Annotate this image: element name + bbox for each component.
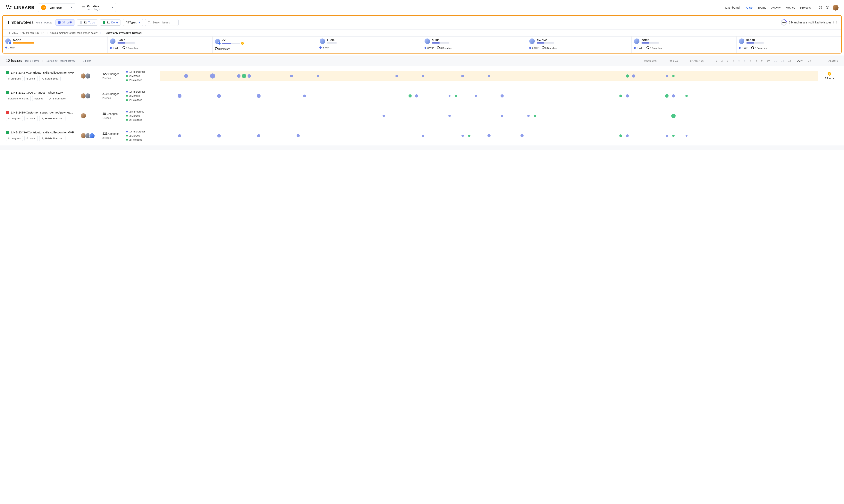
help-icon[interactable] <box>826 6 829 10</box>
issue-tag: 6 points <box>24 116 38 121</box>
svg-point-13 <box>42 138 43 138</box>
assignee-tag[interactable]: Sarah Scott <box>47 96 68 101</box>
member-avatar <box>80 113 86 119</box>
member-card[interactable]: JO!8 Branches <box>213 37 317 53</box>
nav-projects[interactable]: Projects <box>800 6 811 9</box>
member-card[interactable]: HABIB3 WIP8 Branches <box>108 37 212 53</box>
member-card[interactable]: BORIS3 WIP8 Branches <box>632 37 736 53</box>
done-pill[interactable]: 21Done <box>100 19 121 25</box>
member-avatar <box>85 93 91 99</box>
branches-cell: 17 in progress2 Merged2 Released <box>126 130 158 141</box>
github-icon <box>542 46 544 49</box>
nav-pulse[interactable]: Pulse <box>745 6 753 9</box>
members-header: – JIRA TEAM MEMBERS (12) | Click a membe… <box>3 30 841 37</box>
issues-filter[interactable]: 1 Filter <box>83 59 91 62</box>
type-filter[interactable]: All Types▾ <box>123 19 143 26</box>
activity-bubble <box>248 74 251 78</box>
members-row: JACOB3 WIPHABIB3 WIP8 BranchesJO!8 Branc… <box>3 37 841 53</box>
member-branches: 8 Branches <box>437 46 452 50</box>
activity-bubble <box>449 95 450 97</box>
github-icon <box>123 46 125 49</box>
linearb-logo-icon <box>5 4 12 11</box>
col-branches: BRANCHES <box>690 59 704 62</box>
issue-title: LINB-2343-VContributor skills collection… <box>11 71 74 74</box>
member-branches: 8 Branches <box>542 46 557 50</box>
member-name: BORIS <box>641 39 734 42</box>
activity-bubble <box>178 134 181 137</box>
member-avatar <box>85 73 91 79</box>
activity-bubble <box>685 95 688 97</box>
activity-bubble <box>672 75 675 77</box>
sprint-selector[interactable]: Grizzlies Jul 5 - Aug 2 ▾ <box>79 3 116 12</box>
member-card[interactable]: JACOB3 WIP <box>3 37 108 53</box>
svg-point-11 <box>50 98 51 98</box>
nav-activity[interactable]: Activity <box>771 6 781 9</box>
progress-ring: 12% <box>781 19 787 25</box>
activity-bubble <box>672 94 675 97</box>
day-col: 4 <box>733 59 734 62</box>
git-filter-checkbox[interactable]: ✓ <box>100 32 103 34</box>
page-title: Timberwolves <box>7 20 34 25</box>
user-avatar[interactable] <box>833 5 839 11</box>
day-col: 6 <box>744 59 746 62</box>
member-card[interactable]: LUCIA3 WIP <box>317 37 422 53</box>
search-input[interactable] <box>152 21 176 24</box>
assignee-tag[interactable]: Habib Shamoun <box>39 116 66 121</box>
github-icon <box>646 46 649 49</box>
pr-size-cell: 210 Changes2 repos <box>102 92 124 100</box>
issues-sort[interactable]: Sorted by: Recent activity <box>47 59 75 62</box>
issues-header: 12 Issues last 14 days | Sorted by: Rece… <box>0 55 844 66</box>
activity-bubble <box>382 115 385 117</box>
collapse-icon[interactable]: – <box>7 32 10 34</box>
team-selector[interactable]: TS Team Star ▾ <box>38 3 75 12</box>
nav-metrics[interactable]: Metrics <box>786 6 795 9</box>
logo: LINEARB <box>5 4 35 11</box>
issue-tag: In progress <box>6 136 23 141</box>
issue-row[interactable]: LINB-2351-Code Changes - Short StorySele… <box>0 86 844 106</box>
brand-text: LINEARB <box>14 5 35 10</box>
member-name: CHRIS <box>432 39 524 42</box>
members-cell <box>80 113 100 119</box>
day-col: 5 <box>738 59 740 62</box>
member-avatar <box>5 38 11 44</box>
svg-point-2 <box>10 6 12 7</box>
issue-tag: 6 points <box>24 76 38 81</box>
members-hint: Click a member to filter their stories b… <box>50 32 97 34</box>
assignee-tag[interactable]: Habib Shamoun <box>39 136 66 141</box>
member-card[interactable]: ANJONG3 WIP8 Branches <box>527 37 632 53</box>
activity-bubble <box>178 94 181 98</box>
activity-timeline <box>160 71 818 81</box>
issue-row[interactable]: LINB-2419-Customer issues - Acme Apply t… <box>0 106 844 126</box>
activity-bubble <box>422 75 424 77</box>
member-avatar <box>89 133 95 139</box>
member-card[interactable]: CHRIS3 WIP8 Branches <box>422 37 527 53</box>
issue-row[interactable]: LINB-2343-VContributor skills collection… <box>0 66 844 86</box>
unlinked-branches-text[interactable]: 5 branches are not linked to Issues <box>789 21 831 24</box>
todo-pill[interactable]: 12To do <box>77 19 98 25</box>
col-members: MEMBERS <box>644 59 657 62</box>
member-avatar <box>634 38 640 44</box>
branches-cell: 2 in progress3 Merged2 Released <box>126 110 158 121</box>
col-alerts: ALERTS <box>829 59 838 62</box>
wip-pill[interactable]: 34WIP <box>55 19 75 25</box>
settings-icon[interactable] <box>819 6 823 10</box>
activity-bubble <box>619 94 622 97</box>
search-box[interactable] <box>145 19 179 26</box>
nav-teams[interactable]: Teams <box>758 6 766 9</box>
github-icon <box>751 46 754 49</box>
member-card[interactable]: SARAH3 WIP8 Branches <box>737 37 841 53</box>
issue-row[interactable]: LINB-2343-VContributor skills collection… <box>0 126 844 146</box>
member-wip: 3 WIP <box>5 46 15 49</box>
chevron-down-icon: ▾ <box>71 6 72 9</box>
nav-dashboard[interactable]: Dashboard <box>725 6 739 9</box>
svg-point-6 <box>820 7 821 8</box>
member-avatar <box>425 38 430 44</box>
day-col: 7 <box>750 59 751 62</box>
info-icon[interactable]: i <box>833 21 837 24</box>
issue-title: LINB-2343-VContributor skills collection… <box>11 131 74 134</box>
assignee-tag[interactable]: Sarah Scott <box>39 76 60 81</box>
ticket-type-icon <box>6 131 9 134</box>
member-branches: 8 Branches <box>646 46 662 50</box>
activity-bubble <box>619 134 622 137</box>
highlighted-panel: Timberwolves Feb 8 - Feb 22 34WIP 12To d… <box>2 15 842 54</box>
